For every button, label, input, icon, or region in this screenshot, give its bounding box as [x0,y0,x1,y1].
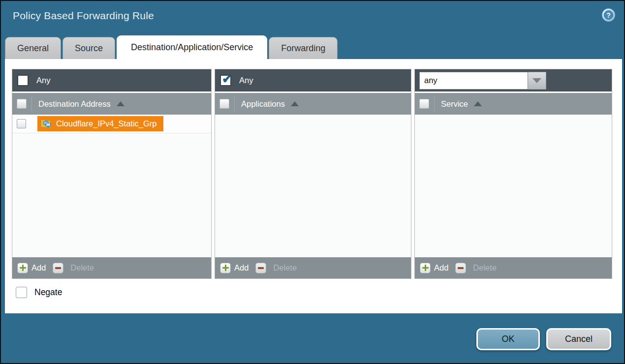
question-mark-icon: ? [604,10,613,20]
tab-source[interactable]: Source [62,37,115,59]
applications-any-label: Any [239,76,253,85]
destination-footer: Add Delete [12,257,211,278]
negate-row: Negate [16,287,62,298]
applications-any-checkbox[interactable] [220,75,231,86]
applications-header-label[interactable]: Applications [241,99,285,109]
minus-icon [53,263,63,273]
destination-item-label: Cloudflare_IPv4_Static_Grp [56,119,157,128]
tab-general[interactable]: General [5,37,61,59]
destination-header-label[interactable]: Destination Address [38,99,111,109]
plus-icon [420,263,431,273]
negate-label: Negate [34,287,62,298]
minus-icon [455,263,466,273]
destination-select-all-checkbox[interactable] [17,99,27,109]
destination-add-button[interactable]: Add [17,263,46,273]
address-group-icon [40,118,52,130]
sort-ascending-icon[interactable] [474,101,482,106]
sort-ascending-icon[interactable] [291,101,299,106]
dialog-action-buttons: OK Cancel [476,328,611,350]
destination-column-header: Destination Address [12,91,211,115]
service-delete-button[interactable]: Delete [455,263,497,273]
ok-button[interactable]: OK [476,328,540,350]
minus-icon [255,263,266,273]
service-header-label[interactable]: Service [441,99,468,109]
cancel-button[interactable]: Cancel [546,328,611,350]
applications-any-bar: Any [215,69,411,91]
destination-list: Cloudflare_IPv4_Static_Grp [12,115,211,257]
service-column-header: Service [415,91,612,115]
tab-forwarding[interactable]: Forwarding [269,37,338,59]
destination-item-checkbox[interactable] [17,119,26,128]
policy-based-forwarding-rule-dialog: Policy Based Forwarding Rule ? General S… [0,0,625,364]
service-add-button[interactable]: Add [420,263,448,273]
service-dropdown-value[interactable]: any [419,72,528,90]
destination-address-column: Any Destination Address [12,69,212,279]
tab-destination-application-service[interactable]: Destination/Application/Service [117,35,267,59]
destination-delete-button[interactable]: Delete [53,263,94,273]
applications-column-header: Applications [215,91,411,115]
service-dropdown-bar: any [415,69,612,91]
dialog-title: Policy Based Forwarding Rule [13,10,154,22]
tab-content-panel: Any Destination Address [5,59,622,313]
destination-list-item: Cloudflare_IPv4_Static_Grp [12,115,211,133]
service-select-all-checkbox[interactable] [419,99,429,109]
service-mode-dropdown[interactable]: any [419,72,546,90]
header-divider [31,96,32,111]
service-column: any Service Add [414,69,612,279]
destination-any-checkbox[interactable] [17,75,29,86]
destination-any-label: Any [36,76,50,85]
columns-container: Any Destination Address [12,69,612,279]
destination-any-bar: Any [12,69,211,91]
service-footer: Add Delete [415,257,612,278]
header-divider [434,96,435,111]
help-icon[interactable]: ? [602,8,615,22]
service-list [415,115,612,257]
header-divider [234,96,235,111]
applications-add-button[interactable]: Add [220,263,249,273]
destination-item-selected[interactable]: Cloudflare_IPv4_Static_Grp [37,116,163,131]
negate-checkbox[interactable] [16,287,27,298]
chevron-down-icon [532,78,541,83]
plus-icon [220,263,231,273]
sort-ascending-icon[interactable] [117,101,125,106]
applications-delete-button[interactable]: Delete [255,263,297,273]
applications-list [215,115,411,257]
plus-icon [17,263,28,273]
applications-footer: Add Delete [215,257,411,278]
tab-bar: General Source Destination/Application/S… [5,35,338,59]
dropdown-button[interactable] [528,72,546,90]
applications-select-all-checkbox[interactable] [219,99,229,109]
applications-column: Any Applications Add [215,69,411,279]
